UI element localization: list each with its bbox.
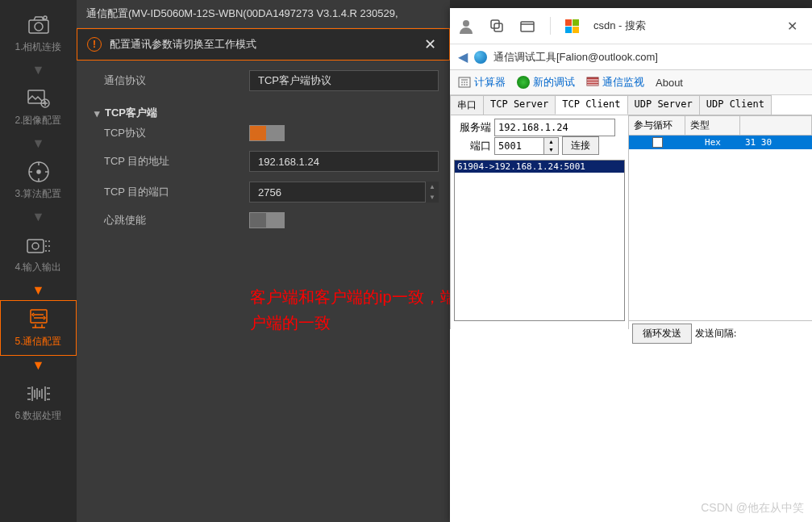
sidebar-item-comm[interactable]: 5.通信配置 (0, 300, 77, 356)
interval-label: 发送间隔: (695, 327, 736, 340)
tabs-bar: 串口 TCP Server TCP Client UDP Server UDP … (450, 95, 812, 115)
table-header: 参与循环 类型 (629, 115, 812, 136)
sidebar-item-camera[interactable]: 1.相机连接 (0, 6, 77, 61)
port-label: 端口 (454, 139, 494, 153)
titlebar-text: csdn - 搜索 (593, 19, 646, 33)
loop-checkbox[interactable] (652, 137, 663, 148)
sidebar-label: 1.相机连接 (15, 40, 61, 54)
browser-titlebar: csdn - 搜索 ✕ (450, 8, 812, 44)
tab-udp-client[interactable]: UDP Client (699, 95, 772, 115)
tcp-protocol-label: TCP协议 (88, 126, 249, 140)
protocol-label: 通信协议 (88, 73, 249, 88)
port-down-icon[interactable]: ▼ (544, 146, 558, 154)
menu-calculator[interactable]: 计算器 (455, 73, 509, 91)
tab-tcp-server[interactable]: TCP Server (483, 95, 556, 115)
sidebar-label: 5.通信配置 (15, 335, 61, 349)
section-header[interactable]: ▾ TCP客户端 (88, 101, 439, 125)
config-panel: 通信配置(MV-ID5060M-12S-WBN(00DA1497273 V3.1… (77, 0, 450, 522)
arrow-down-icon: ▼ (33, 209, 44, 225)
chevron-down-icon: ▾ (94, 107, 100, 119)
connect-button[interactable]: 连接 (562, 136, 599, 155)
section-title: TCP客户端 (105, 106, 157, 120)
io-icon (24, 233, 53, 257)
svg-rect-7 (27, 240, 44, 253)
data-panel: 参与循环 类型 Hex 31 30 循环发送 发送间隔: (629, 115, 812, 329)
tool-menubar: 计算器 新的调试 通信监视 About (450, 69, 812, 95)
target-addr-label: TCP 目的地址 (88, 154, 249, 169)
connection-panel: 服务端 端口 ▲ ▼ 连接 61904->192.168.1.24:5 (450, 115, 629, 329)
menu-about[interactable]: About (652, 75, 686, 90)
arrow-down-icon: ▼ (33, 136, 44, 152)
copy-icon[interactable] (489, 18, 505, 34)
heartbeat-label: 心跳使能 (88, 213, 249, 228)
microsoft-logo-icon (565, 19, 579, 33)
monitor-icon (586, 77, 599, 88)
target-port-input[interactable] (249, 182, 426, 203)
close-icon[interactable]: ✕ (781, 19, 804, 34)
heartbeat-toggle[interactable] (249, 212, 285, 228)
browser-window: csdn - 搜索 ✕ ◀ 通信调试工具[Falion@outlook.com]… (450, 8, 812, 522)
tab-icon[interactable] (519, 18, 535, 34)
list-item[interactable]: 61904->192.168.1.24:5001 (455, 161, 624, 173)
svg-rect-13 (521, 22, 534, 31)
send-bar: 循环发送 发送间隔: (629, 320, 812, 346)
back-icon[interactable]: ◀ (458, 49, 468, 65)
port-input[interactable] (494, 137, 544, 155)
tool-title-bar: ◀ 通信调试工具[Falion@outlook.com] (450, 44, 812, 69)
sidebar-label: 6.数据处理 (15, 409, 61, 423)
cell-data: 31 30 (740, 136, 812, 149)
sidebar-item-algorithm[interactable]: 3.算法配置 (0, 153, 77, 207)
profile-icon[interactable] (458, 18, 474, 34)
connection-list[interactable]: 61904->192.168.1.24:5001 (454, 160, 625, 321)
data-process-icon (24, 382, 53, 406)
sidebar-label: 3.算法配置 (15, 187, 61, 201)
menu-monitor[interactable]: 通信监视 (583, 73, 648, 91)
sidebar: 1.相机连接 ▼ 2.图像配置 ▼ 3.算法配置 ▼ 4.输入输出 ▼ 5.通信… (0, 0, 77, 522)
sidebar-label: 2.图像配置 (15, 114, 61, 127)
sidebar-item-io[interactable]: 4.输入输出 (0, 227, 77, 281)
sidebar-label: 4.输入输出 (15, 261, 61, 274)
alert-text: 配置通讯参数请切换至工作模式 (110, 37, 421, 52)
sidebar-item-data[interactable]: 6.数据处理 (0, 375, 77, 429)
cell-type: Hex (685, 136, 740, 149)
globe-icon (474, 51, 487, 64)
arrow-down-icon: ▼ (33, 282, 44, 299)
arrow-down-icon: ▼ (33, 62, 44, 78)
server-label: 服务端 (454, 120, 494, 135)
tab-tcp-client[interactable]: TCP Client (555, 95, 627, 115)
server-input[interactable] (494, 119, 615, 136)
port-up-icon[interactable]: ▲ (426, 182, 439, 192)
th-type: 类型 (685, 116, 740, 135)
loop-send-button[interactable]: 循环发送 (632, 324, 692, 344)
image-config-icon (24, 86, 53, 111)
comm-config-icon (24, 307, 53, 332)
panel-title: 通信配置(MV-ID5060M-12S-WBN(00DA1497273 V3.1… (77, 0, 450, 28)
algorithm-icon (24, 160, 53, 184)
tool-title: 通信调试工具[Falion@outlook.com] (493, 50, 658, 65)
watermark: CSDN @他在从中笑 (701, 501, 804, 516)
camera-icon (24, 13, 53, 37)
close-icon[interactable]: ✕ (421, 35, 439, 53)
tcp-protocol-toggle[interactable] (249, 125, 285, 141)
protocol-select[interactable] (249, 70, 439, 91)
sidebar-item-image[interactable]: 2.图像配置 (0, 80, 77, 134)
tab-udp-server[interactable]: UDP Server (627, 95, 700, 115)
svg-point-1 (35, 23, 43, 31)
svg-point-2 (44, 16, 47, 19)
th-loop: 参与循环 (629, 116, 685, 135)
calculator-icon (458, 77, 471, 88)
tab-serial[interactable]: 串口 (450, 95, 484, 115)
debug-icon (517, 76, 530, 89)
warning-icon: ! (87, 37, 102, 52)
alert-bar: ! 配置通讯参数请切换至工作模式 ✕ (77, 28, 450, 61)
table-row[interactable]: Hex 31 30 (629, 136, 812, 149)
svg-point-10 (463, 20, 469, 27)
svg-point-8 (32, 243, 39, 249)
arrow-down-icon: ▼ (33, 357, 44, 374)
svg-point-6 (37, 170, 40, 173)
menu-new-debug[interactable]: 新的调试 (514, 73, 578, 91)
target-port-label: TCP 目的端口 (88, 185, 249, 199)
target-addr-input[interactable] (249, 151, 439, 172)
port-down-icon[interactable]: ▼ (426, 192, 439, 203)
port-up-icon[interactable]: ▲ (544, 138, 558, 146)
